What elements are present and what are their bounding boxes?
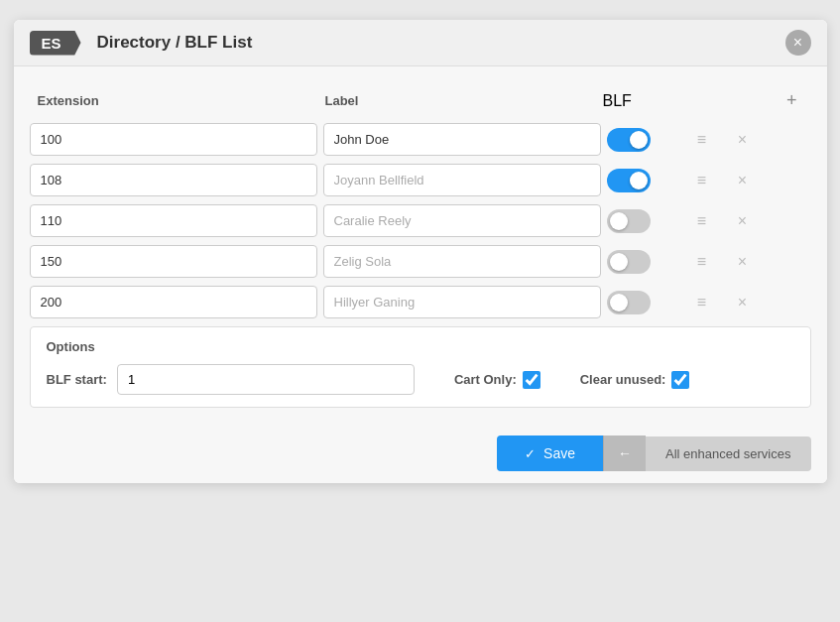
dialog-container: ES Directory / BLF List × Extension Labe… [14, 20, 827, 483]
clear-unused-checkbox[interactable] [671, 371, 689, 389]
reorder-icon-1[interactable]: ≡ [682, 170, 722, 191]
add-row-button[interactable]: + [780, 88, 803, 113]
label-input-3[interactable] [323, 245, 601, 278]
label-input-1[interactable] [323, 164, 601, 196]
table-row: ≡ × [30, 123, 811, 156]
table-header: Extension Label BLF + [30, 82, 811, 119]
options-section: Options BLF start: Cart Only: Clear unus… [30, 326, 811, 408]
label-input-2[interactable] [323, 204, 601, 237]
col-blf-label: BLF [603, 92, 632, 110]
save-label: Save [543, 445, 575, 461]
table-row: ≡ × [30, 245, 811, 278]
table-row: ≡ × [30, 204, 811, 237]
checkmark-icon: ✓ [525, 446, 536, 461]
cart-only-checkbox[interactable] [523, 371, 540, 389]
blf-start-label: BLF start: [47, 372, 107, 387]
remove-icon-2[interactable]: × [728, 210, 758, 232]
reorder-icon-0[interactable]: ≡ [682, 129, 722, 151]
extension-input-3[interactable] [30, 245, 317, 278]
cart-only-group: Cart Only: [454, 371, 540, 389]
all-services-button[interactable]: All enhanced services [646, 436, 810, 471]
options-legend: Options [47, 339, 794, 354]
save-button[interactable]: ✓ Save [497, 435, 603, 471]
table-row: ≡ × [30, 286, 811, 318]
table-row: ≡ × [30, 164, 811, 196]
es-badge: ES [30, 31, 81, 56]
extension-input-2[interactable] [30, 204, 317, 237]
col-label-header: Label [325, 93, 603, 108]
blf-toggle-1[interactable] [607, 169, 676, 192]
col-blf-header: BLF + [603, 88, 803, 113]
blf-toggle-4[interactable] [607, 291, 676, 314]
reorder-icon-3[interactable]: ≡ [682, 251, 722, 273]
reorder-icon-2[interactable]: ≡ [682, 210, 722, 232]
blf-start-input[interactable] [117, 364, 415, 395]
remove-icon-1[interactable]: × [728, 170, 758, 191]
blf-toggle-3[interactable] [607, 250, 676, 274]
dialog-body: Extension Label BLF + ≡ × [14, 66, 827, 424]
label-input-4[interactable] [323, 286, 601, 318]
blf-toggle-2[interactable] [607, 209, 676, 233]
blf-start-group: BLF start: [47, 364, 415, 395]
close-button[interactable]: × [785, 30, 811, 56]
clear-unused-group: Clear unused: [580, 371, 690, 389]
back-button[interactable]: ← [603, 435, 646, 471]
label-input-0[interactable] [323, 123, 601, 156]
options-row: BLF start: Cart Only: Clear unused: [47, 364, 794, 395]
remove-icon-3[interactable]: × [728, 251, 758, 273]
dialog-header: ES Directory / BLF List × [14, 20, 827, 66]
back-icon: ← [618, 445, 632, 461]
reorder-icon-4[interactable]: ≡ [682, 292, 722, 313]
clear-unused-label: Clear unused: [580, 372, 666, 387]
remove-icon-0[interactable]: × [728, 129, 758, 151]
extension-input-1[interactable] [30, 164, 317, 196]
extension-input-0[interactable] [30, 123, 317, 156]
dialog-title: Directory / BLF List [97, 33, 785, 53]
cart-only-label: Cart Only: [454, 372, 517, 387]
dialog-footer: ✓ Save ← All enhanced services [14, 424, 827, 483]
extension-input-4[interactable] [30, 286, 317, 318]
col-extension-header: Extension [38, 93, 325, 108]
remove-icon-4[interactable]: × [728, 292, 758, 313]
blf-toggle-0[interactable] [607, 128, 676, 152]
